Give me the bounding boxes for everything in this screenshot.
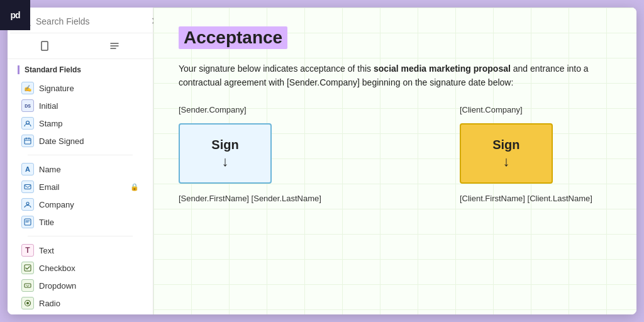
client-sign-button[interactable]: Sign ↓ (460, 123, 553, 184)
field-name-label: Name (39, 165, 61, 174)
divider-1 (28, 155, 133, 155)
field-company-label: Company (39, 200, 74, 209)
field-stamp-label: Stamp (39, 119, 63, 128)
section-title: Standard Fields (18, 65, 143, 74)
field-date-signed-label: Date Signed (39, 136, 84, 146)
tag-view-button[interactable] (106, 37, 123, 55)
sender-sign-button[interactable]: Sign ↓ (179, 123, 272, 184)
document-title: Acceptance (179, 26, 287, 49)
svg-point-4 (26, 203, 29, 205)
main-content: Acceptance Your signature below indicate… (153, 8, 636, 314)
sidebar-search-bar: 🔍 ✕ (10, 8, 169, 33)
sender-sign-arrow-icon: ↓ (222, 155, 229, 169)
sender-block: [Sender.Company] Sign ↓ [Sender.FirstNam… (179, 105, 321, 203)
checkbox-icon (21, 262, 34, 274)
field-radio[interactable]: Radio (18, 294, 143, 312)
name-icon: A (21, 163, 34, 175)
field-date-signed[interactable]: Date Signed (18, 132, 143, 150)
page-view-button[interactable] (37, 37, 55, 55)
signers-row: [Sender.Company] Sign ↓ [Sender.FirstNam… (179, 105, 611, 203)
email-lock-icon: 🔒 (130, 183, 139, 191)
client-company-label: [Client.Company] (460, 105, 592, 114)
client-block: [Client.Company] Sign ↓ [Client.FirstNam… (460, 105, 592, 203)
text-icon: T (21, 244, 34, 257)
initial-icon: DS (21, 99, 34, 112)
title-field-icon (21, 216, 34, 228)
field-signature[interactable]: ✍ Signature (18, 79, 143, 97)
field-dropdown[interactable]: Dropdown (18, 277, 143, 294)
field-radio-label: Radio (39, 299, 60, 308)
standard-fields-section: Standard Fields ✍ Signature DS Initial S… (8, 59, 153, 314)
radio-icon (21, 297, 34, 309)
stamp-icon (21, 117, 34, 130)
field-initial[interactable]: DS Initial (18, 97, 143, 114)
sender-company-label: [Sender.Company] (179, 105, 321, 114)
field-company[interactable]: Company (18, 196, 143, 213)
field-title-label: Title (39, 218, 54, 227)
field-checkbox-label: Checkbox (39, 264, 75, 273)
field-dropdown-label: Dropdown (39, 281, 76, 291)
field-email-label: Email (39, 182, 60, 192)
app-logo: pd (8, 8, 30, 30)
client-sign-text: Sign (492, 138, 519, 152)
svg-rect-0 (42, 42, 48, 50)
field-name[interactable]: A Name (18, 160, 143, 178)
dropdown-icon (21, 279, 34, 292)
svg-rect-2 (25, 138, 31, 144)
field-initial-label: Initial (39, 101, 58, 111)
field-stamp[interactable]: Stamp (18, 114, 143, 132)
sender-sign-text: Sign (211, 138, 238, 152)
svg-rect-3 (25, 185, 31, 189)
sender-name: [Sender.FirstName] [Sender.LastName] (179, 194, 321, 203)
signature-icon: ✍ (21, 82, 34, 94)
field-text[interactable]: T Text (18, 242, 143, 259)
sidebar: pd 🔍 ✕ Standard Fields (8, 8, 153, 314)
client-sign-arrow-icon: ↓ (502, 155, 509, 169)
document-area: Acceptance Your signature below indicate… (153, 8, 636, 222)
date-signed-icon (21, 135, 34, 147)
client-name: [Client.FirstName] [Client.LastName] (460, 194, 592, 203)
document-paragraph: Your signature below indicates acceptanc… (179, 62, 594, 90)
field-signature-label: Signature (39, 84, 74, 93)
divider-2 (28, 236, 133, 236)
svg-point-9 (26, 302, 29, 304)
email-icon (21, 180, 34, 193)
search-input[interactable] (36, 16, 146, 26)
field-title[interactable]: Title (18, 213, 143, 231)
company-icon (21, 198, 34, 211)
field-text-label: Text (39, 246, 54, 255)
field-checkbox[interactable]: Checkbox (18, 259, 143, 277)
app-window: pd 🔍 ✕ Standard Fields (8, 8, 636, 314)
field-email[interactable]: Email 🔒 (18, 178, 143, 196)
